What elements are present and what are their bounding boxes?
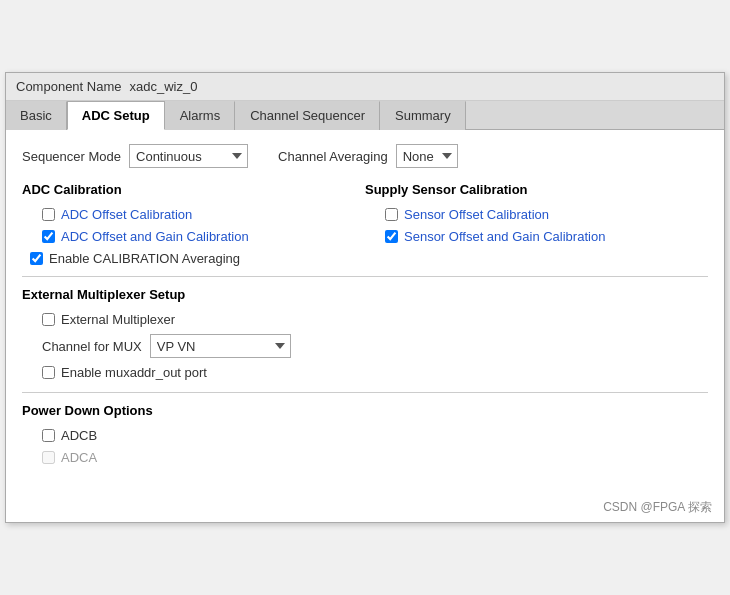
channel-for-mux-select[interactable]: VP VN VAuxP[0] VAuxN[0] VAuxP[1] VAuxN[1… (150, 334, 291, 358)
enable-muxaddr-checkbox[interactable] (42, 366, 55, 379)
sequencer-mode-group: Sequencer Mode Continuous Default Mode S… (22, 144, 248, 168)
power-down-title: Power Down Options (22, 403, 708, 420)
channel-for-mux-label: Channel for MUX (42, 339, 142, 354)
tab-adc-setup[interactable]: ADC Setup (67, 101, 165, 130)
tab-channel-sequencer[interactable]: Channel Sequencer (235, 101, 380, 130)
adc-offset-gain-label[interactable]: ADC Offset and Gain Calibration (61, 229, 249, 244)
sensor-offset-gain-checkbox[interactable] (385, 230, 398, 243)
enable-muxaddr-label[interactable]: Enable muxaddr_out port (61, 365, 207, 380)
external-mux-title: External Multiplexer Setup (22, 287, 708, 304)
content-area: Sequencer Mode Continuous Default Mode S… (6, 130, 724, 491)
divider-1 (22, 276, 708, 277)
sensor-offset-gain-row: Sensor Offset and Gain Calibration (385, 229, 708, 244)
main-window: Component Name xadc_wiz_0 Basic ADC Setu… (5, 72, 725, 523)
enable-muxaddr-row: Enable muxaddr_out port (42, 365, 708, 380)
sensor-offset-label[interactable]: Sensor Offset Calibration (404, 207, 549, 222)
external-mux-row: External Multiplexer (42, 312, 708, 327)
component-name-bar: Component Name xadc_wiz_0 (6, 73, 724, 101)
adc-offset-row: ADC Offset Calibration (42, 207, 365, 222)
external-mux-section: External Multiplexer Setup External Mult… (22, 287, 708, 380)
adca-checkbox[interactable] (42, 451, 55, 464)
sensor-offset-gain-label[interactable]: Sensor Offset and Gain Calibration (404, 229, 605, 244)
supply-sensor-title: Supply Sensor Calibration (365, 182, 708, 199)
adc-offset-gain-checkbox[interactable] (42, 230, 55, 243)
channel-for-mux-row: Channel for MUX VP VN VAuxP[0] VAuxN[0] … (42, 334, 708, 358)
component-name-value: xadc_wiz_0 (130, 79, 198, 94)
adc-calibration-title: ADC Calibration (22, 182, 365, 199)
component-name-label: Component Name (16, 79, 122, 94)
adcb-row: ADCB (42, 428, 708, 443)
supply-sensor-calibration-col: Supply Sensor Calibration Sensor Offset … (365, 182, 708, 251)
adca-row: ADCA (42, 450, 708, 465)
adcb-label[interactable]: ADCB (61, 428, 97, 443)
tab-alarms[interactable]: Alarms (165, 101, 235, 130)
watermark: CSDN @FPGA 探索 (6, 491, 724, 522)
sensor-offset-checkbox[interactable] (385, 208, 398, 221)
channel-averaging-select[interactable]: None 16 64 256 (396, 144, 458, 168)
adc-calibration-col: ADC Calibration ADC Offset Calibration A… (22, 182, 365, 251)
top-row: Sequencer Mode Continuous Default Mode S… (22, 144, 708, 168)
sensor-offset-row: Sensor Offset Calibration (385, 207, 708, 222)
tab-summary[interactable]: Summary (380, 101, 466, 130)
external-mux-checkbox[interactable] (42, 313, 55, 326)
divider-2 (22, 392, 708, 393)
enable-cal-averaging-checkbox[interactable] (30, 252, 43, 265)
tabs-bar: Basic ADC Setup Alarms Channel Sequencer… (6, 101, 724, 130)
enable-cal-averaging-row: Enable CALIBRATION Averaging (30, 251, 708, 266)
sequencer-mode-label: Sequencer Mode (22, 149, 121, 164)
sequencer-mode-select[interactable]: Continuous Default Mode Single Pass Sing… (129, 144, 248, 168)
calibration-section: ADC Calibration ADC Offset Calibration A… (22, 182, 708, 251)
adc-offset-checkbox[interactable] (42, 208, 55, 221)
adc-offset-gain-row: ADC Offset and Gain Calibration (42, 229, 365, 244)
enable-cal-averaging-label[interactable]: Enable CALIBRATION Averaging (49, 251, 240, 266)
adc-offset-label[interactable]: ADC Offset Calibration (61, 207, 192, 222)
channel-averaging-label: Channel Averaging (278, 149, 388, 164)
adca-label: ADCA (61, 450, 97, 465)
tab-basic[interactable]: Basic (6, 101, 67, 130)
power-down-section: Power Down Options ADCB ADCA (22, 403, 708, 465)
channel-averaging-group: Channel Averaging None 16 64 256 (278, 144, 458, 168)
external-mux-label[interactable]: External Multiplexer (61, 312, 175, 327)
adcb-checkbox[interactable] (42, 429, 55, 442)
